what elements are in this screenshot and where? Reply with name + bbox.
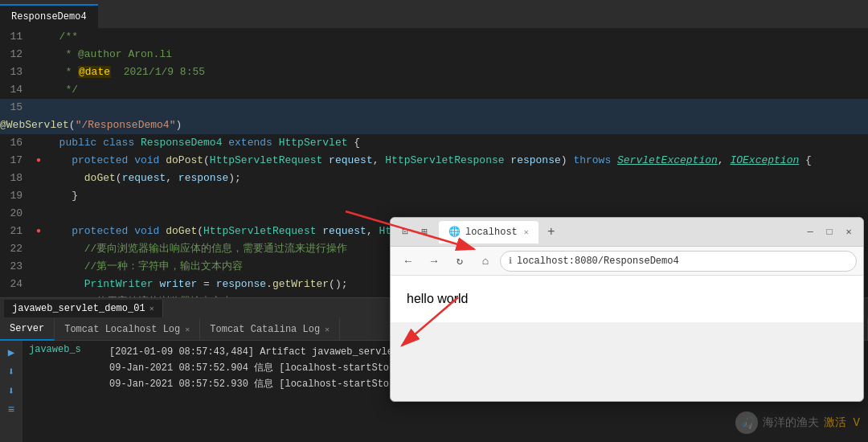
deploy-icon[interactable]: ▶ <box>3 344 19 360</box>
bottom-file-tab-label: javaweb_servlet_demo_01 <box>12 303 145 314</box>
code-line-18: 18 doGet(request, response); <box>0 170 868 187</box>
file-tab-active[interactable]: ResponseDemo4 <box>0 4 98 28</box>
more-icon[interactable]: ≡ <box>3 402 19 418</box>
refresh-button[interactable]: ↻ <box>448 250 471 272</box>
code-line-13: 13 * @date 2021/1/9 8:55 <box>0 63 868 81</box>
browser-active-tab[interactable]: 🌐 localhost ✕ <box>439 221 538 244</box>
browser-page-content: hello world <box>391 276 863 322</box>
url-text: localhost:8080/ResponseDemo4 <box>517 256 679 267</box>
browser-tab-title: localhost <box>465 227 518 238</box>
code-line-17: 17 ● protected void doPost(HttpServletRe… <box>0 152 868 170</box>
home-button[interactable]: ⌂ <box>474 250 497 272</box>
restart-icon[interactable]: ⬇ <box>3 383 19 399</box>
stop-icon[interactable]: ⬇ <box>3 363 19 379</box>
left-icon-bar: ▶ ⬇ ⬇ ≡ <box>0 341 23 442</box>
file-tab-bar: ResponseDemo4 <box>0 0 868 28</box>
watermark-text: 海洋的渔夫 <box>763 415 819 430</box>
bottom-file-tab[interactable]: javaweb_servlet_demo_01 ✕ <box>4 300 163 317</box>
watermark-suffix: 激活 V <box>824 415 860 430</box>
code-line-14: 14 */ <box>0 81 868 99</box>
forward-button[interactable]: → <box>423 250 445 272</box>
code-line-11: 11 /** <box>0 28 868 46</box>
browser-new-tab-btn[interactable]: + <box>542 223 561 242</box>
code-line-12: 12 * @author Aron.li <box>0 46 868 63</box>
log-tab-1[interactable]: Tomcat Localhost Log ✕ <box>55 318 200 341</box>
lock-icon: ℹ <box>509 256 512 266</box>
log-tab-2[interactable]: Tomcat Catalina Log ✕ <box>200 318 340 341</box>
browser-icon-2[interactable]: ⊞ <box>416 224 432 240</box>
browser-icon-1[interactable]: ⊡ <box>397 224 413 240</box>
server-name-area: javaweb_s <box>23 341 103 442</box>
address-bar[interactable]: ℹ localhost:8080/ResponseDemo4 <box>500 251 857 272</box>
page-hello-world: hello world <box>407 292 468 305</box>
code-line-15: 15 @WebServlet("/ResponseDemo4") <box>0 99 868 134</box>
file-tab-label: ResponseDemo4 <box>11 11 87 23</box>
back-button[interactable]: ← <box>397 250 420 272</box>
browser-toolbar: ← → ↻ ⌂ ℹ localhost:8080/ResponseDemo4 <box>391 247 863 276</box>
log-tab-1-close[interactable]: ✕ <box>185 325 190 334</box>
code-line-19: 19 } <box>0 187 868 205</box>
server-tab[interactable]: Server <box>0 318 55 341</box>
bottom-file-tab-close[interactable]: ✕ <box>149 304 154 313</box>
window-close[interactable]: ✕ <box>841 224 857 240</box>
window-minimize[interactable]: ─ <box>802 224 818 240</box>
browser-titlebar: ⊡ ⊞ 🌐 localhost ✕ + ─ □ ✕ <box>391 218 863 247</box>
code-line-16: 16 public class ResponseDemo4 extends Ht… <box>0 134 868 152</box>
watermark-icon: 🎣 <box>735 411 758 434</box>
log-tab-2-close[interactable]: ✕ <box>325 325 330 334</box>
server-name-label: javaweb_s <box>29 344 96 355</box>
watermark: 🎣 海洋的渔夫 激活 V <box>735 411 860 434</box>
window-maximize[interactable]: □ <box>821 224 837 240</box>
browser-tab-close-btn[interactable]: ✕ <box>524 227 529 237</box>
browser-window: ⊡ ⊞ 🌐 localhost ✕ + ─ □ ✕ ← → ↻ ⌂ ℹ loca… <box>390 217 864 402</box>
